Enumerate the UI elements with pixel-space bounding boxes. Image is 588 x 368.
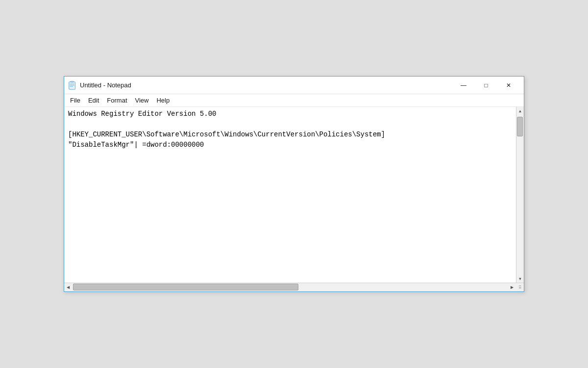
- scroll-track-h[interactable]: [72, 283, 508, 291]
- text-editor[interactable]: Windows Registry Editor Version 5.00 [HK…: [64, 107, 516, 283]
- scroll-right-arrow[interactable]: ▶: [508, 283, 516, 292]
- notepad-window: Untitled - Notepad — □ ✕ File Edit Forma…: [64, 76, 524, 292]
- minimize-button[interactable]: —: [452, 78, 475, 93]
- scroll-thumb-v[interactable]: [517, 117, 523, 136]
- bottom-bar: ◀ ▶ ⠿: [64, 283, 524, 291]
- notepad-icon: [68, 81, 77, 90]
- resize-grip[interactable]: ⠿: [516, 283, 524, 292]
- maximize-button[interactable]: □: [475, 78, 497, 93]
- menu-view[interactable]: View: [131, 96, 153, 105]
- menu-help[interactable]: Help: [152, 96, 173, 105]
- menu-file[interactable]: File: [66, 96, 84, 105]
- scroll-track-v[interactable]: [516, 115, 524, 275]
- vertical-scrollbar[interactable]: ▲ ▼: [516, 107, 524, 283]
- svg-rect-4: [71, 81, 73, 82]
- editor-area: Windows Registry Editor Version 5.00 [HK…: [64, 107, 524, 283]
- menu-format[interactable]: Format: [103, 96, 131, 105]
- scroll-up-arrow[interactable]: ▲: [516, 107, 524, 115]
- svg-rect-2: [70, 85, 74, 85]
- window-controls: — □ ✕: [452, 78, 520, 93]
- svg-rect-1: [70, 83, 74, 84]
- scroll-thumb-h[interactable]: [73, 284, 298, 290]
- title-bar: Untitled - Notepad — □ ✕: [64, 77, 524, 94]
- svg-rect-0: [69, 81, 75, 89]
- menu-bar: File Edit Format View Help: [64, 94, 524, 107]
- scroll-left-arrow[interactable]: ◀: [64, 283, 72, 292]
- window-title: Untitled - Notepad: [80, 81, 452, 89]
- svg-rect-3: [70, 86, 73, 86]
- scroll-down-arrow[interactable]: ▼: [516, 275, 524, 283]
- close-button[interactable]: ✕: [497, 78, 520, 93]
- menu-edit[interactable]: Edit: [84, 96, 103, 105]
